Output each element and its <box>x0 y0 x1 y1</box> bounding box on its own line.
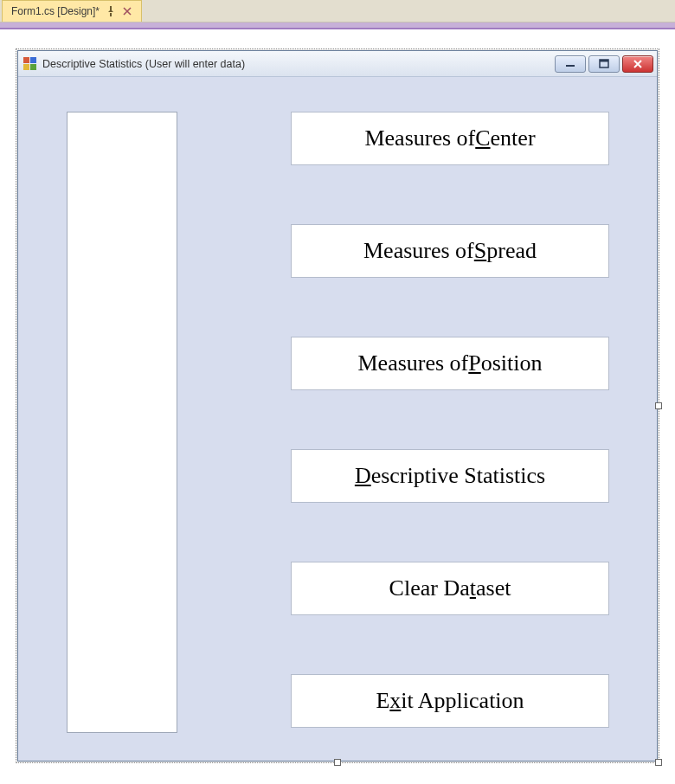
btn-label-post: pread <box>486 238 537 264</box>
svg-rect-0 <box>566 65 575 67</box>
clear-dataset-button[interactable]: Clear Dataset <box>291 562 609 615</box>
btn-label-pre: Measures of <box>357 350 468 376</box>
form-client-area: Measures of Center Measures of Spread Me… <box>18 77 657 761</box>
btn-label-post: aset <box>476 575 511 601</box>
btn-label-accel: S <box>474 238 486 264</box>
btn-label-post: it Application <box>401 688 524 714</box>
design-canvas: Descriptive Statistics (User will enter … <box>0 28 675 784</box>
window-title: Descriptive Statistics (User will enter … <box>42 58 245 70</box>
maximize-button[interactable] <box>588 55 620 73</box>
btn-label-accel: x <box>389 688 401 714</box>
titlebar[interactable]: Descriptive Statistics (User will enter … <box>18 51 657 77</box>
btn-label-pre: Clear Da <box>389 575 470 601</box>
measures-of-spread-button[interactable]: Measures of Spread <box>291 224 609 278</box>
btn-label-post: osition <box>481 350 543 376</box>
btn-label-accel: P <box>468 350 480 376</box>
btn-label-accel: t <box>470 575 476 601</box>
dataset-listbox[interactable] <box>67 112 177 733</box>
close-tab-icon[interactable] <box>122 6 132 16</box>
pin-icon[interactable] <box>106 6 115 16</box>
exit-application-button[interactable]: Exit Application <box>291 674 609 728</box>
btn-label-accel: C <box>475 125 490 151</box>
ide-tab-form1[interactable]: Form1.cs [Design]* <box>2 0 142 22</box>
winform-window: Descriptive Statistics (User will enter … <box>17 50 658 762</box>
btn-label-post: escriptive Statistics <box>371 463 545 489</box>
ide-tabstrip: Form1.cs [Design]* <box>0 0 675 22</box>
ide-tab-label: Form1.cs [Design]* <box>11 5 100 17</box>
minimize-button[interactable] <box>555 55 586 73</box>
close-button[interactable] <box>622 55 653 73</box>
btn-label-post: enter <box>491 125 536 151</box>
descriptive-statistics-button[interactable]: Descriptive Statistics <box>291 449 609 503</box>
svg-rect-2 <box>600 60 608 62</box>
btn-label-pre: Measures of <box>363 238 474 264</box>
app-icon <box>23 57 37 71</box>
btn-label-accel: D <box>355 463 371 489</box>
btn-label-pre: E <box>376 688 389 714</box>
btn-label-pre: Measures of <box>364 125 475 151</box>
measures-of-center-button[interactable]: Measures of Center <box>291 112 609 165</box>
measures-of-position-button[interactable]: Measures of Position <box>291 337 609 390</box>
window-controls <box>555 55 653 73</box>
